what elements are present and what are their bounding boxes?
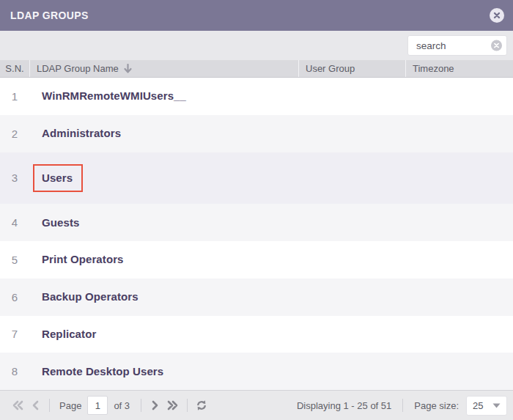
ldap-group-name-link[interactable]: WinRMRemoteWMIUsers__	[42, 89, 186, 102]
column-label: LDAP Group Name	[37, 63, 119, 74]
first-page-icon[interactable]	[9, 397, 26, 414]
close-icon[interactable]	[490, 8, 504, 23]
column-header-user-group[interactable]: User Group	[298, 60, 405, 77]
row-serial-number: 8	[0, 365, 29, 377]
page-size-select[interactable]: 25	[466, 396, 507, 416]
table-body: 1 WinRMRemoteWMIUsers__ 2 Administrators…	[0, 78, 513, 390]
dialog-title: LDAP GROUPS	[10, 10, 89, 21]
chevron-down-icon	[492, 403, 501, 408]
table-row[interactable]: 1 WinRMRemoteWMIUsers__	[0, 78, 513, 115]
column-header-ldap-group-name[interactable]: LDAP Group Name	[29, 60, 298, 77]
last-page-icon[interactable]	[164, 397, 182, 414]
column-label: S.N.	[5, 63, 23, 74]
table-toolbar	[0, 31, 513, 60]
table-row-highlighted[interactable]: 3 Users	[0, 152, 513, 205]
pagination-info: Displaying 1 - 25 of 51 Page size: 25	[297, 396, 507, 416]
table-row[interactable]: 7 Replicator	[0, 316, 513, 353]
column-header-sn[interactable]: S.N.	[0, 60, 29, 77]
row-serial-number: 1	[0, 90, 29, 103]
table-row[interactable]: 4 Guests	[0, 204, 513, 241]
dialog-titlebar: LDAP GROUPS	[0, 0, 513, 31]
separator	[187, 399, 188, 412]
column-label: User Group	[306, 63, 355, 74]
displaying-range-label: Displaying 1 - 25 of 51	[297, 400, 391, 411]
next-page-icon[interactable]	[147, 397, 164, 414]
table-row[interactable]: 2 Administrators	[0, 115, 513, 152]
row-serial-number: 2	[0, 128, 29, 140]
separator	[141, 399, 141, 412]
page-label: Page	[59, 400, 81, 411]
table-row[interactable]: 8 Remote Desktop Users	[0, 353, 513, 390]
row-serial-number: 6	[0, 291, 29, 303]
clear-search-icon[interactable]	[491, 40, 502, 51]
search-box	[407, 35, 507, 56]
sort-descending-arrow-icon	[124, 64, 132, 73]
ldap-groups-dialog: LDAP GROUPS S.N. LDAP Group Name	[0, 0, 513, 420]
ldap-group-name-link[interactable]: Print Operators	[42, 253, 124, 265]
page-number-input[interactable]	[87, 396, 108, 415]
ldap-group-name-link[interactable]: Administrators	[42, 127, 121, 139]
pagination-toolbar: Page of 3 Displaying 1 - 25 of 51	[0, 390, 513, 420]
column-label: Timezone	[413, 63, 454, 74]
table-header-row: S.N. LDAP Group Name User Group Timezone	[0, 60, 513, 78]
ldap-group-name-link-highlighted[interactable]: Users	[33, 164, 83, 192]
previous-page-icon[interactable]	[26, 397, 44, 414]
row-serial-number: 5	[0, 254, 29, 266]
table-row[interactable]: 5 Print Operators	[0, 241, 513, 279]
row-serial-number: 4	[0, 216, 29, 229]
separator	[402, 399, 403, 412]
table-row[interactable]: 6 Backup Operators	[0, 279, 513, 316]
page-size-value: 25	[473, 400, 483, 411]
row-serial-number: 3	[0, 172, 29, 184]
ldap-group-name-link[interactable]: Remote Desktop Users	[42, 365, 163, 377]
ldap-group-name-link[interactable]: Replicator	[42, 328, 96, 340]
row-serial-number: 7	[0, 328, 29, 340]
page-size-label: Page size:	[414, 400, 459, 411]
ldap-group-name-link[interactable]: Guests	[42, 216, 79, 229]
separator	[49, 399, 50, 412]
column-header-timezone[interactable]: Timezone	[405, 60, 513, 77]
page-count-label: of 3	[114, 400, 130, 411]
ldap-group-name-link[interactable]: Backup Operators	[42, 290, 139, 303]
refresh-icon[interactable]	[193, 397, 210, 414]
